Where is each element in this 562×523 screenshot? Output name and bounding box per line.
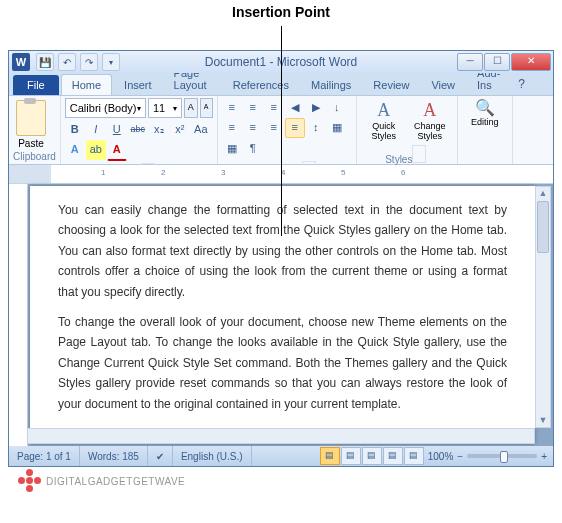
- paragraph-2: To change the overall look of your docum…: [58, 312, 507, 414]
- shrink-font-icon[interactable]: A: [200, 98, 213, 118]
- review-tab[interactable]: Review: [363, 75, 419, 95]
- home-tab[interactable]: Home: [61, 74, 112, 95]
- align-center-icon[interactable]: ≡: [243, 118, 263, 138]
- paste-icon[interactable]: [16, 100, 46, 136]
- proofing-icon[interactable]: ✔: [148, 446, 173, 466]
- watermark-logo-icon: [18, 469, 42, 493]
- underline-button[interactable]: U: [107, 120, 127, 140]
- page[interactable]: You can easily change the formatting of …: [30, 186, 535, 444]
- zoom-level[interactable]: 100%: [428, 451, 454, 462]
- mailings-tab[interactable]: Mailings: [301, 75, 361, 95]
- references-tab[interactable]: References: [223, 75, 299, 95]
- paste-button[interactable]: Paste: [13, 138, 49, 149]
- minimize-button[interactable]: ─: [457, 53, 483, 71]
- annotation-label: Insertion Point: [0, 0, 562, 22]
- maximize-button[interactable]: ☐: [484, 53, 510, 71]
- close-button[interactable]: ✕: [511, 53, 551, 71]
- outline-view-icon[interactable]: ▤: [383, 447, 403, 465]
- print-layout-view-icon[interactable]: ▤: [320, 447, 340, 465]
- zoom-in-icon[interactable]: +: [541, 451, 547, 462]
- font-color-icon[interactable]: A: [107, 140, 127, 161]
- zoom-out-icon[interactable]: −: [457, 451, 463, 462]
- zoom-slider[interactable]: [467, 454, 537, 458]
- change-styles-button[interactable]: A Change Styles: [407, 98, 453, 143]
- paragraph-group: ≡ ≡ ≡ ◀ ▶ ↓ ≡ ≡ ≡ ≡ ↕ ▦ ▦ ¶ Pa: [218, 96, 357, 164]
- highlight-icon[interactable]: ab: [86, 140, 106, 160]
- styles-launcher-icon[interactable]: [412, 145, 426, 163]
- quick-styles-button[interactable]: A Quick Styles: [361, 98, 407, 143]
- grow-font-icon[interactable]: A: [184, 98, 197, 118]
- shading-icon[interactable]: ▦: [327, 118, 347, 138]
- editing-button[interactable]: 🔍 Editing: [462, 98, 508, 127]
- borders-icon[interactable]: ▦: [222, 139, 242, 159]
- italic-button[interactable]: I: [86, 120, 106, 140]
- editing-group: 🔍 Editing: [458, 96, 513, 164]
- show-marks-icon[interactable]: ¶: [243, 139, 263, 159]
- editing-label: [462, 160, 508, 162]
- numbering-icon[interactable]: ≡: [243, 98, 263, 118]
- justify-icon[interactable]: ≡: [285, 118, 305, 138]
- subscript-button[interactable]: x₂: [149, 120, 169, 140]
- vertical-scrollbar[interactable]: ▲ ▼: [535, 186, 551, 428]
- font-name-select[interactable]: Calibri (Body)▾: [65, 98, 146, 118]
- scroll-thumb[interactable]: [537, 201, 549, 253]
- font-size-select[interactable]: 11▾: [148, 98, 182, 118]
- insertion-point-indicator: [281, 26, 282, 236]
- view-tab[interactable]: View: [421, 75, 465, 95]
- scroll-up-icon[interactable]: ▲: [536, 187, 550, 200]
- watermark-text: DIGITALGADGETGETWAVE: [46, 476, 185, 487]
- dec-indent-icon[interactable]: ◀: [285, 98, 305, 118]
- draft-view-icon[interactable]: ▤: [404, 447, 424, 465]
- scroll-down-icon[interactable]: ▼: [536, 414, 550, 427]
- strike-button[interactable]: abc: [128, 120, 148, 140]
- horizontal-scrollbar[interactable]: [27, 428, 535, 444]
- language-status[interactable]: English (U.S.): [173, 446, 252, 466]
- status-bar: Page: 1 of 1 Words: 185 ✔ English (U.S.)…: [9, 446, 553, 466]
- clipboard-label: Clipboard: [13, 149, 56, 162]
- insert-tab[interactable]: Insert: [114, 75, 162, 95]
- web-layout-view-icon[interactable]: ▤: [362, 447, 382, 465]
- fullscreen-view-icon[interactable]: ▤: [341, 447, 361, 465]
- styles-label: Styles: [385, 154, 412, 165]
- file-tab[interactable]: File: [13, 75, 59, 95]
- inc-indent-icon[interactable]: ▶: [306, 98, 326, 118]
- bullets-icon[interactable]: ≡: [222, 98, 242, 118]
- bold-button[interactable]: B: [65, 120, 85, 140]
- superscript-button[interactable]: x²: [170, 120, 190, 140]
- case-button[interactable]: Aa: [191, 120, 211, 140]
- vertical-ruler[interactable]: [9, 184, 28, 446]
- text-effects-icon[interactable]: A: [65, 140, 85, 160]
- line-spacing-icon[interactable]: ↕: [306, 118, 326, 138]
- word-count[interactable]: Words: 185: [80, 446, 148, 466]
- clipboard-group: Paste Clipboard: [9, 96, 61, 164]
- sort-icon[interactable]: ↓: [327, 98, 347, 118]
- styles-group: A Quick Styles A Change Styles Styles: [357, 96, 458, 164]
- font-group: Calibri (Body)▾ 11▾ A A B I U abc x₂ x² …: [61, 96, 218, 164]
- align-left-icon[interactable]: ≡: [222, 118, 242, 138]
- paragraph-1: You can easily change the formatting of …: [58, 200, 507, 302]
- help-icon[interactable]: ?: [512, 73, 531, 95]
- watermark: DIGITALGADGETGETWAVE: [18, 469, 185, 493]
- page-status[interactable]: Page: 1 of 1: [9, 446, 80, 466]
